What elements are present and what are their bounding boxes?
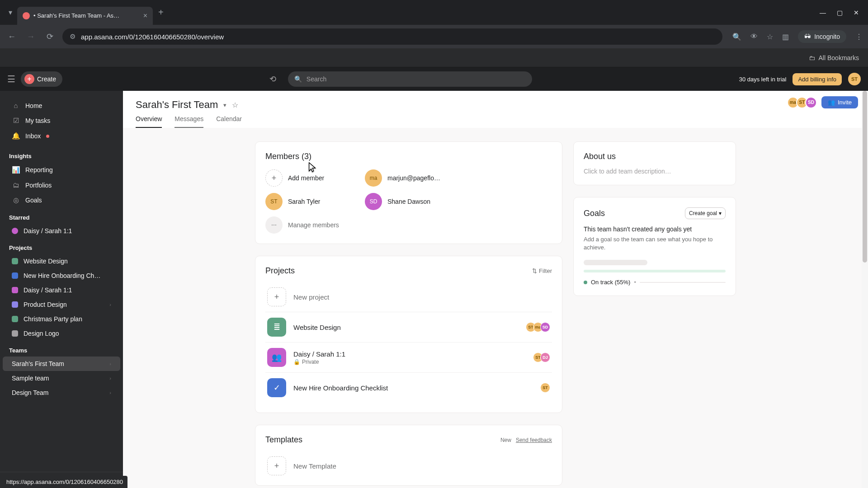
- sidebar-project-item[interactable]: Product Design›: [3, 297, 120, 312]
- history-icon[interactable]: ⟲: [269, 74, 276, 84]
- new-template-row[interactable]: + New Template: [265, 451, 552, 481]
- add-member-label: Add member: [288, 174, 324, 182]
- sidebar-portfolios[interactable]: 🗂Portfolios: [3, 178, 120, 192]
- sidebar-project-item[interactable]: New Hire Onboarding Ch…: [3, 268, 120, 283]
- reload-button[interactable]: ⟳: [43, 32, 56, 42]
- close-tab-icon[interactable]: ×: [143, 12, 147, 20]
- url-text: app.asana.com/0/1206160406650280/overvie…: [81, 33, 715, 41]
- plus-icon: +: [267, 456, 286, 475]
- team-title: Sarah's First Team: [136, 99, 218, 111]
- target-icon: ◎: [12, 196, 20, 204]
- eye-off-icon[interactable]: 👁: [750, 33, 758, 41]
- minimize-button[interactable]: —: [820, 9, 826, 16]
- manage-members-label: Manage members: [288, 221, 339, 229]
- projects-header: Projects: [0, 238, 123, 254]
- members-title: Members (3): [265, 152, 552, 161]
- project-row[interactable]: 👥 Daisy / Sarah 1:1 🔒Private STDJ: [265, 343, 552, 373]
- bell-icon: 🔔: [12, 132, 20, 140]
- member-item[interactable]: ma marjun@pageflo…: [365, 169, 455, 187]
- member-avatar: ST: [265, 193, 283, 210]
- create-goal-label: Create goal: [689, 210, 717, 216]
- maximize-button[interactable]: ▢: [837, 9, 843, 16]
- sidebar-project-item[interactable]: Design Logo: [3, 326, 120, 341]
- member-avatar: ma: [365, 169, 382, 187]
- tab-calendar[interactable]: Calendar: [216, 115, 242, 128]
- chart-icon: 📊: [12, 166, 20, 174]
- goals-title: Goals: [584, 209, 605, 218]
- member-avatar: SD: [365, 193, 382, 210]
- sidebar-home[interactable]: ⌂Home: [3, 98, 120, 113]
- send-feedback-link[interactable]: Send feedback: [516, 437, 552, 443]
- site-settings-icon[interactable]: ⚙: [70, 33, 75, 41]
- chevron-right-icon: ›: [109, 375, 111, 381]
- sidebar-project-item[interactable]: Daisy / Sarah 1:1: [3, 283, 120, 297]
- notification-dot: [46, 135, 49, 138]
- about-description-input[interactable]: Click to add team description…: [584, 168, 726, 175]
- project-name: Christmas Party plan: [24, 315, 111, 323]
- home-icon: ⌂: [12, 102, 20, 109]
- folder-icon: 🗂: [12, 181, 20, 189]
- incognito-badge[interactable]: 🕶 Incognito: [798, 30, 846, 43]
- sidebar-project-item[interactable]: Christmas Party plan: [3, 312, 120, 326]
- forward-button[interactable]: →: [24, 32, 37, 42]
- profile-avatar[interactable]: ST: [848, 73, 861, 85]
- sidebar-starred-item[interactable]: Daisy / Sarah 1:1: [3, 224, 120, 238]
- browser-toolbar: ← → ⟳ ⚙ app.asana.com/0/1206160406650280…: [0, 25, 868, 48]
- new-project-row[interactable]: + New project: [265, 282, 552, 312]
- on-track-row: On track (55%) •: [584, 279, 726, 286]
- tab-overview[interactable]: Overview: [136, 115, 162, 128]
- tab-search-dropdown[interactable]: ▾: [4, 6, 17, 19]
- manage-members-button[interactable]: ⋯ Manage members: [265, 216, 356, 234]
- favorite-star-icon[interactable]: ☆: [232, 101, 238, 109]
- trial-days-text: 30 days left in trial: [739, 76, 787, 83]
- sidebar-reporting[interactable]: 📊Reporting: [3, 162, 120, 178]
- sidepanel-icon[interactable]: ▥: [782, 33, 789, 41]
- search-input[interactable]: 🔍 Search: [288, 71, 532, 87]
- create-button[interactable]: + Create: [21, 71, 62, 87]
- project-row[interactable]: ✓ New Hire Onboarding Checklist ST: [265, 373, 552, 403]
- project-color-dot: [12, 287, 18, 293]
- member-avatar[interactable]: SD: [805, 97, 817, 108]
- team-dropdown-icon[interactable]: ▾: [223, 102, 226, 108]
- search-icon: 🔍: [294, 75, 302, 83]
- sidebar-inbox[interactable]: 🔔Inbox: [3, 128, 120, 144]
- filter-button[interactable]: ⇅Filter: [532, 267, 552, 274]
- ellipsis-icon: ⋯: [265, 216, 283, 234]
- browser-tab[interactable]: • Sarah's First Team Team - As… ×: [17, 7, 153, 25]
- starred-header: Starred: [0, 208, 123, 224]
- project-tile-icon: 👥: [267, 348, 286, 367]
- sidebar-goals[interactable]: ◎Goals: [3, 192, 120, 208]
- member-item[interactable]: ST Sarah Tyler: [265, 193, 356, 210]
- menu-toggle-icon[interactable]: ☰: [7, 74, 15, 84]
- project-tile-icon: ≣: [267, 318, 286, 337]
- filter-icon: ⇅: [532, 267, 537, 274]
- sidebar-project-item[interactable]: Website Design: [3, 254, 120, 268]
- scrollbar-thumb[interactable]: [863, 91, 867, 263]
- zoom-icon[interactable]: 🔍: [732, 33, 741, 41]
- create-goal-button[interactable]: Create goal▾: [685, 207, 726, 219]
- star-bookmark-icon[interactable]: ☆: [767, 33, 773, 41]
- invite-button[interactable]: 👥 Invite: [821, 96, 858, 108]
- address-bar[interactable]: ⚙ app.asana.com/0/1206160406650280/overv…: [62, 28, 722, 45]
- all-bookmarks-button[interactable]: All Bookmarks: [819, 54, 859, 61]
- new-template-label: New Template: [293, 462, 550, 470]
- projects-card: Projects ⇅Filter + New project ≣ Website…: [255, 256, 562, 413]
- sidebar-mytasks[interactable]: ☑My tasks: [3, 113, 120, 128]
- close-window-button[interactable]: ✕: [854, 9, 859, 16]
- project-row[interactable]: ≣ Website Design STmaSD: [265, 312, 552, 343]
- add-billing-button[interactable]: Add billing info: [793, 73, 842, 85]
- sidebar-team-item[interactable]: Sample team ›: [3, 371, 120, 385]
- sidebar-team-item[interactable]: Design Team ›: [3, 385, 120, 400]
- browser-menu-icon[interactable]: ⋮: [855, 33, 863, 41]
- tab-messages[interactable]: Messages: [175, 115, 203, 128]
- member-item[interactable]: SD Shane Dawson: [365, 193, 455, 210]
- new-tab-button[interactable]: +: [153, 7, 169, 18]
- templates-card: Templates New Send feedback + New Templa…: [255, 425, 562, 486]
- sidebar-team-item[interactable]: Sarah's First Team ›: [3, 357, 120, 371]
- goals-skeleton: [584, 260, 726, 272]
- sidebar-label: My tasks: [25, 117, 50, 124]
- back-button[interactable]: ←: [5, 32, 18, 42]
- scrollbar-track[interactable]: [862, 91, 868, 488]
- project-color-dot: [12, 316, 18, 322]
- project-name: Daisy / Sarah 1:1: [24, 286, 111, 294]
